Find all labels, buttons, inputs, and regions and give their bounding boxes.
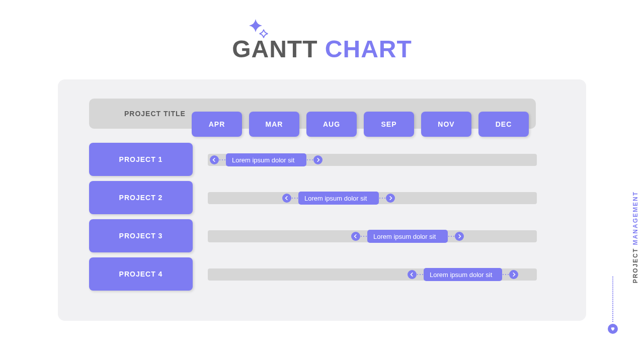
project-label: PROJECT 1 — [89, 143, 193, 176]
chevron-right-icon — [509, 270, 518, 279]
chevron-right-icon — [455, 232, 464, 241]
month-header: APR — [192, 112, 242, 137]
chevron-left-icon — [282, 194, 291, 203]
chevron-right-icon — [313, 155, 323, 164]
task-bar: Lorem ipsum dolor sit — [424, 268, 502, 281]
gantt-header: PROJECT TITLE APR MAR AUG SEP NOV DEC — [73, 99, 571, 137]
project-label: PROJECT 2 — [89, 181, 193, 214]
month-columns: APR MAR AUG SEP NOV DEC — [192, 112, 529, 137]
task-bar: Lorem ipsum dolor sit — [298, 192, 379, 205]
month-header: SEP — [364, 112, 414, 137]
heart-icon — [608, 324, 618, 334]
month-header: MAR — [249, 112, 299, 137]
chevron-right-icon — [386, 194, 395, 203]
chevron-left-icon — [210, 155, 219, 164]
page-title: GANTT CHART — [0, 35, 644, 63]
gantt-card: PROJECT TITLE APR MAR AUG SEP NOV DEC PR… — [58, 79, 586, 321]
task-bar: Lorem ipsum dolor sit — [226, 153, 306, 166]
month-header: AUG — [306, 112, 357, 137]
gantt-bar[interactable]: Lorem ipsum dolor sit — [351, 229, 464, 243]
gantt-bar[interactable]: Lorem ipsum dolor sit — [408, 267, 518, 282]
gantt-row: PROJECT 2Lorem ipsum dolor sit — [73, 181, 571, 214]
gantt-bar[interactable]: Lorem ipsum dolor sit — [210, 153, 323, 167]
chevron-left-icon — [408, 270, 417, 279]
month-header: DEC — [478, 112, 529, 137]
project-label: PROJECT 4 — [89, 257, 193, 291]
side-decoration — [608, 277, 618, 334]
chevron-left-icon — [351, 232, 360, 241]
gantt-row: PROJECT 4Lorem ipsum dolor sit — [73, 257, 571, 291]
gantt-rows: PROJECT 1Lorem ipsum dolor sitPROJECT 2L… — [73, 143, 571, 291]
gantt-row: PROJECT 3Lorem ipsum dolor sit — [73, 219, 571, 252]
gantt-bar[interactable]: Lorem ipsum dolor sit — [282, 191, 395, 205]
task-bar: Lorem ipsum dolor sit — [367, 230, 448, 243]
project-title-label: PROJECT TITLE — [124, 110, 186, 118]
month-header: NOV — [421, 112, 471, 137]
gantt-row: PROJECT 1Lorem ipsum dolor sit — [73, 143, 571, 176]
project-label: PROJECT 3 — [89, 219, 193, 252]
side-label: PROJECT MANAGEMENT — [632, 191, 639, 283]
